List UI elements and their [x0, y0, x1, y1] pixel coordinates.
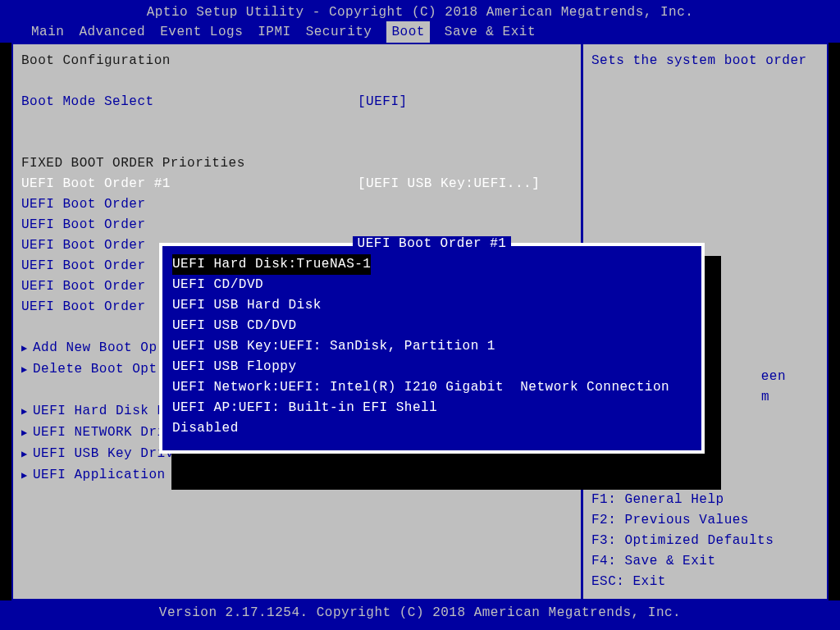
boot-order-current-value: [UEFI USB Key:UEFI...] [358, 174, 540, 194]
key-hint: ESC: Exit [591, 572, 774, 592]
boot-order-current-label: UEFI Boot Order #1 [21, 174, 358, 194]
footer-bar: Version 2.17.1254. Copyright (C) 2018 Am… [0, 600, 840, 630]
popup-option[interactable]: UEFI Hard Disk:TrueNAS-1 [172, 254, 371, 275]
tab-security[interactable]: Security [306, 21, 372, 43]
tab-advanced[interactable]: Advanced [79, 21, 145, 43]
popup-option[interactable]: UEFI CD/DVD [172, 277, 263, 292]
app-title: Aptio Setup Utility - Copyright (C) 2018… [0, 3, 840, 21]
section-fixed-boot: FIXED BOOT ORDER Priorities [21, 153, 573, 174]
boot-mode-row[interactable]: Boot Mode Select [UEFI] [21, 92, 573, 112]
section-boot-config: Boot Configuration [21, 51, 573, 71]
menu-tabs: MainAdvancedEvent LogsIPMISecurityBootSa… [0, 21, 840, 43]
popup-option[interactable]: UEFI USB Floppy [172, 359, 297, 374]
boot-order-row[interactable]: UEFI Boot Order [21, 194, 573, 215]
key-hint: F4: Save & Exit [591, 551, 774, 572]
tab-main[interactable]: Main [31, 21, 64, 43]
bios-screen: Aptio Setup Utility - Copyright (C) 2018… [0, 0, 840, 630]
key-hint: F1: General Help [591, 490, 774, 510]
boot-order-current[interactable]: UEFI Boot Order #1 [UEFI USB Key:UEFI...… [21, 174, 573, 194]
tab-ipmi[interactable]: IPMI [258, 21, 290, 43]
popup-option[interactable]: UEFI USB Hard Disk [172, 298, 322, 313]
boot-mode-value: [UEFI] [358, 92, 408, 112]
popup-title: UEFI Boot Order #1 [162, 236, 701, 251]
body-area: Boot Configuration Boot Mode Select [UEF… [0, 43, 840, 600]
tab-save-exit[interactable]: Save & Exit [445, 21, 536, 43]
popup-option[interactable]: UEFI AP:UEFI: Built-in EFI Shell [172, 400, 437, 415]
popup-option[interactable]: UEFI USB CD/DVD [172, 318, 297, 333]
popup-option[interactable]: UEFI Network:UEFI: Intel(R) I210 Gigabit… [172, 380, 669, 395]
boot-order-row[interactable]: UEFI Boot Order [21, 215, 573, 235]
tab-event-logs[interactable]: Event Logs [160, 21, 243, 43]
context-help: Sets the system boot order [591, 51, 819, 71]
key-hint: F2: Previous Values [591, 510, 774, 531]
popup-option[interactable]: UEFI USB Key:UEFI: SanDisk, Partition 1 [172, 339, 495, 354]
popup-option[interactable]: Disabled [172, 421, 239, 436]
boot-order-popup[interactable]: UEFI Boot Order #1 UEFI Hard Disk:TrueNA… [159, 243, 705, 454]
header-bar: Aptio Setup Utility - Copyright (C) 2018… [0, 0, 840, 43]
boot-mode-label: Boot Mode Select [21, 92, 358, 112]
key-hint: F3: Optimized Defaults [591, 531, 774, 551]
tab-boot[interactable]: Boot [386, 21, 429, 43]
